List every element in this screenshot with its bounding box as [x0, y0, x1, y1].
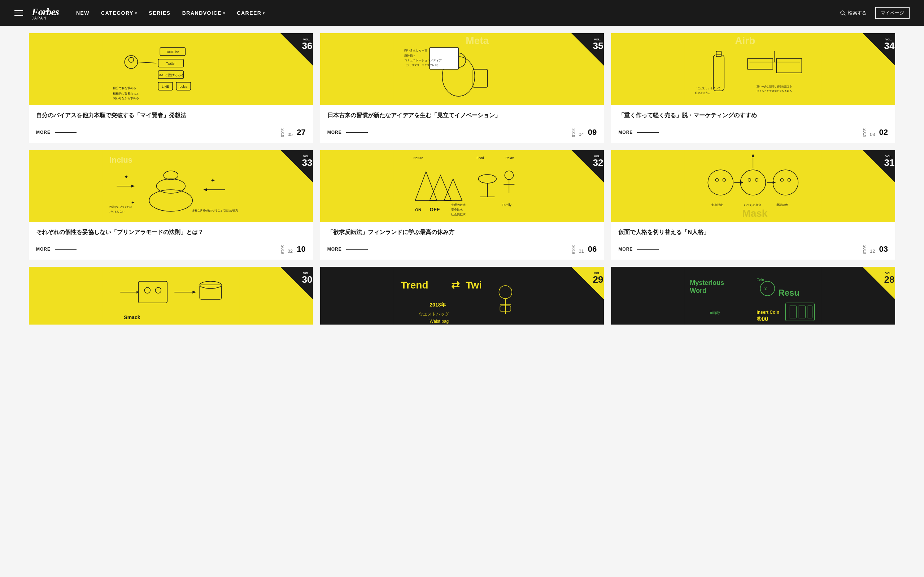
- svg-text:ウエストバッグ: ウエストバッグ: [419, 311, 449, 317]
- illustration-31: Mask 安身脱皮 いつもの自分 承認欲求: [611, 150, 895, 222]
- card-image-34: Airb 「こだわり」を持って 軽やかに売る 重いー少し割増し価格を設ける 伝え…: [611, 33, 895, 105]
- card-29[interactable]: Trend ⇄ Twi 2018年 ウエストバッグ Waist bag: [320, 267, 604, 324]
- svg-point-0: [841, 11, 844, 15]
- card-footer-33: MORE 2019 02 . 10: [29, 241, 313, 259]
- header-right: 検索する マイページ: [840, 7, 909, 19]
- svg-text:Resu: Resu: [779, 288, 800, 298]
- svg-text:Word: Word: [690, 287, 707, 294]
- card-title-32: 「欲求反転法」フィンランドに学ぶ最高の休み方: [327, 228, 597, 237]
- svg-text:Smack: Smack: [124, 314, 140, 320]
- more-line: [637, 132, 659, 133]
- more-button-31[interactable]: MORE: [618, 247, 659, 252]
- card-image-36: YouTube Twitter SNSに投げてみる LINE polca 自分で: [29, 33, 313, 105]
- nav-category[interactable]: CATEGORY ▾: [101, 10, 137, 16]
- more-button-33[interactable]: MORE: [36, 247, 76, 252]
- svg-text:30: 30: [302, 274, 312, 285]
- svg-text:軽やかに売る: 軽やかに売る: [696, 92, 711, 94]
- card-34[interactable]: Airb 「こだわり」を持って 軽やかに売る 重いー少し割増し価格を設ける 伝え…: [611, 33, 895, 143]
- svg-text:社会的欲求: 社会的欲求: [451, 213, 465, 216]
- svg-text:安身脱皮: 安身脱皮: [712, 203, 723, 206]
- card-footer-35: MORE 2019 04 . 09: [320, 124, 604, 143]
- svg-text:Food: Food: [477, 156, 484, 160]
- card-30[interactable]: Smack VOL. 30: [29, 267, 313, 324]
- card-image-35: Meta 白いきんとん＝雪 新幹線＝ コミュニケーションメディア （クリスマス・…: [320, 33, 604, 105]
- svg-text:Twi: Twi: [465, 279, 482, 291]
- card-35[interactable]: Meta 白いきんとん＝雪 新幹線＝ コミュニケーションメディア （クリスマス・…: [320, 33, 604, 143]
- svg-text:Relax: Relax: [505, 156, 514, 160]
- nav-series[interactable]: SERIES: [149, 10, 170, 16]
- illustration-35: Meta 白いきんとん＝雪 新幹線＝ コミュニケーションメディア （クリスマス・…: [320, 33, 604, 105]
- more-button-32[interactable]: MORE: [327, 247, 368, 252]
- svg-text:Family: Family: [502, 203, 512, 206]
- header-left: Forbes JAPAN: [15, 6, 59, 20]
- card-28[interactable]: Mysterious Word Coin ¥ Insert Coin ⑤00 E…: [611, 267, 895, 324]
- svg-text:✦: ✦: [124, 174, 129, 180]
- chevron-down-icon: ▾: [223, 11, 226, 15]
- svg-text:Meta: Meta: [465, 35, 489, 46]
- nav-new[interactable]: NEW: [76, 10, 89, 16]
- illustration-32: Nature Food Relax ON OFF 生理的欲求 安全欲求 社会的欲…: [320, 150, 604, 222]
- vol-badge-35: VOL. 35: [571, 33, 604, 67]
- svg-text:Coin: Coin: [757, 278, 764, 282]
- card-body-31: 仮面で人格を切り替える「N人格」: [611, 222, 895, 237]
- hamburger-menu[interactable]: [15, 10, 23, 16]
- svg-text:安全欲求: 安全欲求: [451, 208, 463, 211]
- card-31[interactable]: Mask 安身脱皮 いつもの自分 承認欲求 VOL. 31: [611, 150, 895, 259]
- card-36[interactable]: YouTube Twitter SNSに投げてみる LINE polca 自分で: [29, 33, 313, 143]
- card-body-36: 自分のバイアスを他力本願で突破する「マイ賢者」発想法: [29, 105, 313, 120]
- svg-text:⇄: ⇄: [451, 279, 460, 291]
- vol-badge-31: VOL. 31: [863, 150, 895, 184]
- search-icon: [840, 10, 846, 16]
- card-body-34: 「重く作って軽く売る」脱・マーケティングのすすめ: [611, 105, 895, 120]
- svg-rect-22: [393, 33, 531, 105]
- svg-text:新幹線＝: 新幹線＝: [404, 54, 416, 57]
- card-body-32: 「欲求反転法」フィンランドに学ぶ最高の休み方: [320, 222, 604, 237]
- card-image-29: Trend ⇄ Twi 2018年 ウエストバッグ Waist bag: [320, 267, 604, 324]
- svg-text:Trend: Trend: [401, 279, 428, 291]
- svg-text:33: 33: [302, 157, 312, 168]
- svg-text:¥: ¥: [764, 287, 767, 291]
- svg-text:多様な具材があわさることで魅力が拡充: 多様な具材があわさることで魅力が拡充: [192, 209, 238, 212]
- svg-text:Empty: Empty: [710, 311, 720, 314]
- more-line: [637, 249, 659, 250]
- more-button-34[interactable]: MORE: [618, 130, 659, 135]
- card-title-36: 自分のバイアスを他力本願で突破する「マイ賢者」発想法: [36, 111, 306, 120]
- nav-career[interactable]: CAREER ▾: [237, 10, 265, 16]
- vol-badge-28: VOL. 28: [863, 267, 895, 301]
- card-body-33: それぞれの個性を妥協しない「プリンアラモードの法則」とは？: [29, 222, 313, 237]
- more-button-35[interactable]: MORE: [327, 130, 368, 135]
- main-nav: NEW CATEGORY ▾ SERIES BRANDVOICE ▾ CAREE…: [76, 10, 265, 16]
- svg-text:YouTube: YouTube: [166, 50, 179, 54]
- card-footer-31: MORE 2018 12 . 03: [611, 241, 895, 259]
- svg-text:パッとしない: パッとしない: [109, 210, 124, 213]
- card-image-30: Smack VOL. 30: [29, 267, 313, 324]
- mypage-button[interactable]: マイページ: [875, 7, 909, 19]
- card-date-35: 2019 04 . 09: [571, 128, 597, 137]
- card-date-34: 2019 03 . 02: [863, 128, 888, 137]
- vol-badge-36: VOL. 36: [281, 33, 313, 67]
- card-body-35: 日本古来の習慣が新たなアイデアを生む「見立てイノベーション」: [320, 105, 604, 120]
- svg-text:「こだわり」を持って: 「こだわり」を持って: [696, 87, 721, 90]
- card-title-31: 仮面で人格を切り替える「N人格」: [618, 228, 888, 237]
- svg-text:いつもの自分: いつもの自分: [744, 203, 762, 206]
- svg-text:34: 34: [884, 40, 895, 51]
- svg-text:35: 35: [593, 40, 604, 51]
- more-button-36[interactable]: MORE: [36, 130, 76, 135]
- svg-text:29: 29: [593, 274, 604, 285]
- card-image-32: Nature Food Relax ON OFF 生理的欲求 安全欲求 社会的欲…: [320, 150, 604, 222]
- svg-text:Airb: Airb: [735, 35, 756, 46]
- illustration-36: YouTube Twitter SNSに投げてみる LINE polca 自分で: [29, 33, 313, 105]
- search-button[interactable]: 検索する: [840, 10, 867, 16]
- card-image-28: Mysterious Word Coin ¥ Insert Coin ⑤00 E…: [611, 267, 895, 324]
- card-32[interactable]: Nature Food Relax ON OFF 生理的欲求 安全欲求 社会的欲…: [320, 150, 604, 259]
- logo[interactable]: Forbes JAPAN: [32, 6, 59, 20]
- chevron-down-icon: ▾: [263, 11, 265, 15]
- card-33[interactable]: ✦ ✦ ✦ Inclus 検索ないプリンのみ パッとしない 多様な具材があわさる…: [29, 150, 313, 259]
- svg-text:重いー少し割増し価格を設ける: 重いー少し割増し価格を設ける: [757, 85, 792, 88]
- card-title-33: それぞれの個性を妥協しない「プリンアラモードの法則」とは？: [36, 228, 306, 237]
- nav-brandvoice[interactable]: BRANDVOICE ▾: [182, 10, 226, 16]
- card-image-33: ✦ ✦ ✦ Inclus 検索ないプリンのみ パッとしない 多様な具材があわさる…: [29, 150, 313, 222]
- svg-text:Nature: Nature: [413, 156, 423, 160]
- card-date-36: 2019 05 . 27: [281, 128, 306, 137]
- svg-text:Mask: Mask: [743, 208, 768, 219]
